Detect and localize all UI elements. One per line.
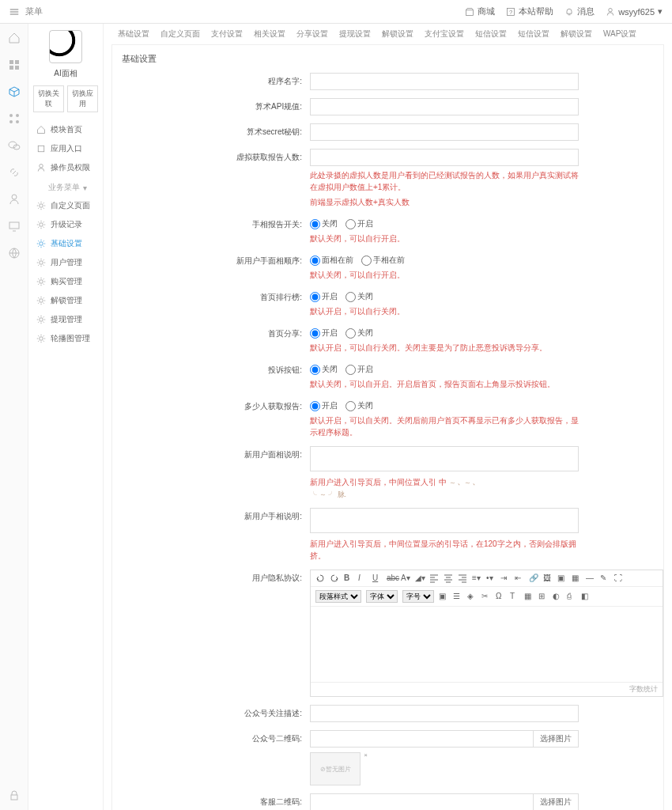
tab-2[interactable]: 支付设置	[211, 28, 243, 40]
tb2-icon-10[interactable]: ⎙	[567, 592, 576, 601]
radio-rank-off[interactable]: 关闭	[345, 291, 373, 302]
italic-icon[interactable]: I	[358, 573, 368, 583]
switch-relation-button[interactable]: 切换关联	[33, 85, 64, 112]
gzh-desc-input[interactable]	[310, 705, 579, 722]
tb2-icon-6[interactable]: T	[510, 592, 519, 601]
tab-10[interactable]: 解锁设置	[561, 28, 592, 40]
tab-0[interactable]: 基础设置	[118, 28, 149, 40]
eraser-icon[interactable]: ✎	[600, 573, 610, 583]
list-ol-icon[interactable]: ≡▾	[472, 573, 481, 583]
tab-11[interactable]: WAP设置	[603, 28, 636, 40]
top-link-help[interactable]: ?本站帮助	[506, 6, 553, 17]
radio-howmany-off[interactable]: 关闭	[345, 400, 373, 411]
tab-4[interactable]: 分享设置	[296, 28, 328, 40]
radio-face-first[interactable]: 面相在前	[310, 255, 353, 266]
rail-cube-icon[interactable]	[8, 85, 21, 98]
rail-grid-icon[interactable]	[8, 59, 21, 71]
strike-icon[interactable]: abc	[387, 573, 396, 583]
menu-biz-3[interactable]: 用户管理	[33, 253, 98, 272]
rail-display-icon[interactable]	[8, 220, 21, 233]
tab-6[interactable]: 解锁设置	[382, 28, 413, 40]
rail-globe-icon[interactable]	[8, 247, 21, 259]
tb2-icon-7[interactable]: ▦	[524, 592, 534, 601]
video-icon[interactable]: ▣	[557, 573, 567, 583]
tb2-icon-11[interactable]: ◧	[581, 592, 591, 601]
kf-qr-select-button[interactable]: 选择图片	[534, 793, 579, 810]
tb2-icon-4[interactable]: ✂	[481, 592, 491, 601]
menu-module-home[interactable]: 模块首页	[33, 120, 98, 139]
menu-app-entry[interactable]: 应用入口	[33, 139, 98, 158]
radio-complaint-on[interactable]: 开启	[345, 364, 373, 375]
rail-link-icon[interactable]	[8, 166, 21, 179]
tb2-icon-3[interactable]: ◈	[467, 592, 477, 601]
tab-3[interactable]: 相关设置	[254, 28, 285, 40]
rail-user-icon[interactable]	[8, 193, 21, 206]
tb2-icon-2[interactable]: ☰	[453, 592, 462, 601]
align-right-icon[interactable]	[458, 573, 467, 583]
align-left-icon[interactable]	[429, 573, 439, 583]
indent-icon[interactable]: ⇥	[500, 573, 510, 583]
radio-hand-first[interactable]: 手相在前	[361, 255, 405, 266]
tb2-icon-5[interactable]: Ω	[496, 592, 505, 601]
hand-guide-textarea[interactable]	[310, 508, 579, 533]
virtual-count-input[interactable]	[310, 149, 579, 166]
remove-gzh-qr-icon[interactable]: ×	[364, 751, 368, 759]
undo-icon[interactable]	[315, 573, 325, 583]
align-center-icon[interactable]	[444, 573, 453, 583]
list-ul-icon[interactable]: •▾	[486, 573, 496, 583]
underline-icon[interactable]: U	[372, 573, 382, 583]
tab-9[interactable]: 短信设置	[518, 28, 549, 40]
radio-howmany-on[interactable]: 开启	[310, 400, 338, 411]
menu-biz-4[interactable]: 购买管理	[33, 272, 98, 291]
top-link-store[interactable]: 商城	[465, 6, 495, 17]
tb2-icon-9[interactable]: ◐	[553, 592, 562, 601]
menu-label[interactable]: 菜单	[25, 6, 43, 17]
bold-icon[interactable]: B	[344, 573, 353, 583]
menu-biz-7[interactable]: 轮播图管理	[33, 329, 98, 348]
link-icon[interactable]: 🔗	[529, 573, 538, 583]
bg-color-icon[interactable]: ◢▾	[415, 573, 425, 583]
image-icon[interactable]: 🖼	[543, 573, 553, 583]
tab-8[interactable]: 短信设置	[475, 28, 507, 40]
radio-hand-on[interactable]: 开启	[345, 218, 373, 229]
editor-body[interactable]	[311, 607, 663, 682]
menu-operator-perm[interactable]: 操作员权限	[33, 158, 98, 177]
secret-input[interactable]	[310, 123, 579, 141]
font-size-select[interactable]: 字号	[402, 590, 434, 603]
kf-qr-input[interactable]	[310, 793, 534, 810]
tab-5[interactable]: 提现设置	[339, 28, 371, 40]
radio-share-on[interactable]: 开启	[310, 327, 338, 339]
outdent-icon[interactable]: ⇤	[515, 573, 524, 583]
rail-apps-icon[interactable]	[8, 112, 21, 125]
top-link-msg[interactable]: 消息	[564, 6, 595, 17]
tab-7[interactable]: 支付宝设置	[425, 28, 464, 40]
menu-biz-5[interactable]: 解锁管理	[33, 291, 98, 310]
hr-icon[interactable]: —	[586, 573, 595, 583]
menu-biz-6[interactable]: 提现管理	[33, 310, 98, 329]
menu-icon[interactable]	[9, 7, 19, 17]
tab-1[interactable]: 自定义页面	[160, 28, 200, 40]
face-guide-textarea[interactable]	[310, 446, 579, 471]
menu-biz-1[interactable]: 升级记录	[33, 215, 98, 234]
radio-share-off[interactable]: 关闭	[345, 327, 373, 339]
api-addr-input[interactable]	[310, 98, 579, 115]
tb2-icon-1[interactable]: ▣	[439, 592, 448, 601]
rail-wechat-icon[interactable]	[8, 139, 21, 152]
font-color-icon[interactable]: A▾	[401, 573, 410, 583]
menu-biz-0[interactable]: 自定义页面	[33, 196, 98, 215]
tb2-icon-8[interactable]: ⊞	[538, 592, 548, 601]
redo-icon[interactable]	[330, 573, 339, 583]
top-user[interactable]: wsyyf625▾	[606, 6, 663, 17]
radio-hand-off[interactable]: 关闭	[310, 218, 338, 229]
font-family-select[interactable]: 字体	[366, 590, 398, 603]
menu-biz-2[interactable]: 基础设置	[33, 234, 98, 253]
rail-lock-icon[interactable]	[8, 789, 21, 802]
rail-home-icon[interactable]	[8, 32, 21, 44]
radio-complaint-off[interactable]: 关闭	[310, 364, 338, 375]
format-select[interactable]: 段落样式	[315, 590, 361, 603]
table-icon[interactable]: ▦	[572, 573, 581, 583]
gzh-qr-select-button[interactable]: 选择图片	[534, 730, 579, 748]
switch-app-button[interactable]: 切换应用	[67, 85, 98, 112]
gzh-qr-input[interactable]	[310, 730, 534, 748]
fullscreen-icon[interactable]: ⛶	[614, 573, 624, 583]
